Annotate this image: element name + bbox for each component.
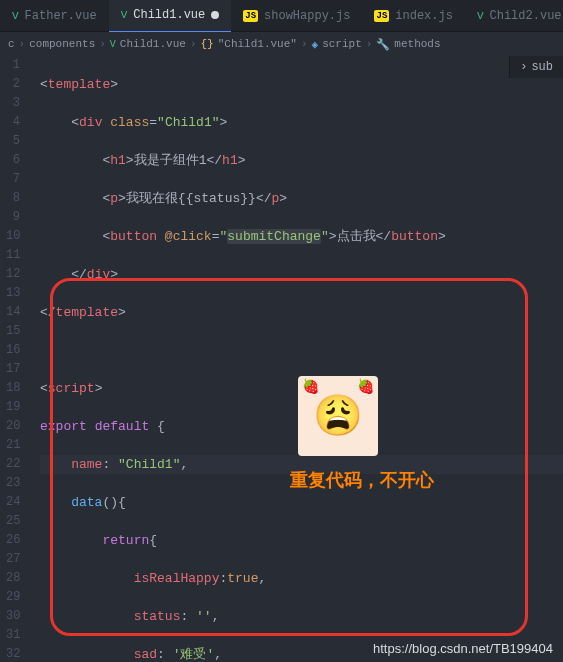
watermark: https://blog.csdn.net/TB199404 <box>373 641 553 656</box>
js-icon: JS <box>243 10 258 22</box>
code-content[interactable]: <template> <div class="Child1"> <h1>我是子组… <box>32 56 563 662</box>
js-icon: JS <box>374 10 389 22</box>
annotation-text: 重复代码，不开心 <box>290 468 434 492</box>
meme-image: 🍓 🍓 <box>298 376 378 456</box>
chevron-right-icon: › <box>190 38 197 50</box>
vue-icon: V <box>12 10 19 22</box>
breadcrumb-item[interactable]: script <box>322 38 362 50</box>
tab-child1[interactable]: V Child1.vue <box>109 0 232 32</box>
breadcrumb-item[interactable]: c <box>8 38 15 50</box>
breadcrumb-item[interactable]: Child1.vue <box>120 38 186 50</box>
chevron-right-icon: › <box>366 38 373 50</box>
tab-index[interactable]: JS index.js <box>362 0 464 32</box>
tab-label: index.js <box>395 9 453 23</box>
chevron-right-icon: › <box>99 38 106 50</box>
tab-father[interactable]: V Father.vue <box>0 0 109 32</box>
chevron-right-icon: › <box>301 38 308 50</box>
tab-label: Child1.vue <box>133 8 205 22</box>
tab-child2[interactable]: V Child2.vue <box>465 0 563 32</box>
unsaved-dot-icon <box>211 11 219 19</box>
editor-tabs: V Father.vue V Child1.vue JS showHappy.j… <box>0 0 563 32</box>
breadcrumb-item[interactable]: components <box>29 38 95 50</box>
wrench-icon: 🔧 <box>376 38 390 51</box>
braces-icon: {} <box>200 38 213 50</box>
vue-icon: V <box>477 10 484 22</box>
vue-icon: V <box>121 9 128 21</box>
tab-label: showHappy.js <box>264 9 350 23</box>
breadcrumb-item[interactable]: "Child1.vue" <box>218 38 297 50</box>
strawberry-icon: 🍓 <box>302 378 319 395</box>
vue-icon: V <box>110 39 116 50</box>
tab-label: Child2.vue <box>490 9 562 23</box>
strawberry-icon: 🍓 <box>357 378 374 395</box>
code-editor[interactable]: 1234567891011121314151617181920212223242… <box>0 56 563 662</box>
breadcrumb[interactable]: c › components › V Child1.vue › {} "Chil… <box>0 32 563 56</box>
cube-icon: ◈ <box>312 38 319 51</box>
tab-label: Father.vue <box>25 9 97 23</box>
chevron-right-icon: › <box>19 38 26 50</box>
line-numbers: 1234567891011121314151617181920212223242… <box>0 56 32 662</box>
breadcrumb-item[interactable]: methods <box>394 38 440 50</box>
tab-showhappy[interactable]: JS showHappy.js <box>231 0 362 32</box>
